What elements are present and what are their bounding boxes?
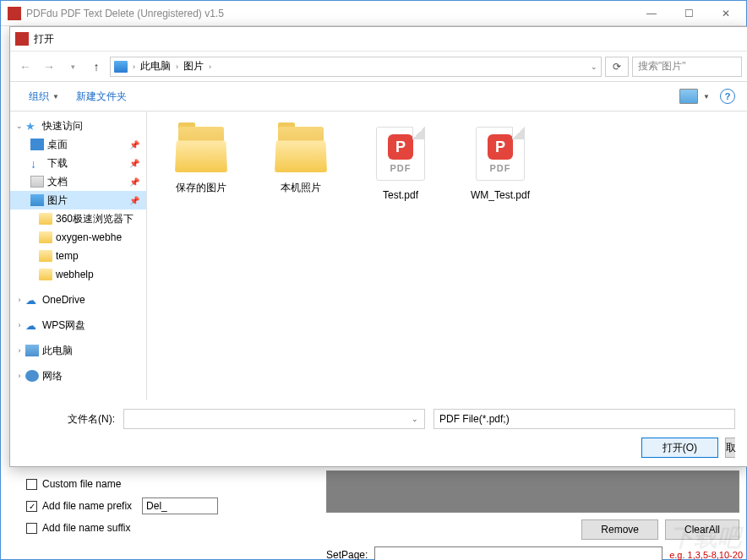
tree-downloads[interactable]: ↓ 下载 📌	[10, 154, 146, 172]
chevron-down-icon[interactable]: ▼	[703, 93, 710, 101]
setpage-label: SetPage:	[326, 549, 368, 560]
dialog-title: 打开	[34, 32, 742, 46]
chevron-right-icon: ›	[176, 63, 178, 71]
address-bar[interactable]: › 此电脑 › 图片 › ⌄	[110, 57, 602, 77]
desktop-icon	[30, 139, 44, 150]
app-title: PDFdu PDF Text Delete (Unregistered) v1.…	[26, 8, 633, 19]
cloud-icon: ☁	[25, 294, 39, 306]
star-icon: ★	[25, 120, 39, 132]
nav-back-icon[interactable]: ←	[15, 57, 35, 77]
folder-item-saved[interactable]: 保存的图片	[164, 127, 238, 195]
pictures-icon	[30, 194, 44, 206]
tree-folder-360[interactable]: 360极速浏览器下	[10, 209, 146, 228]
search-input[interactable]: 搜索"图片"	[632, 57, 742, 77]
tree-folder-oxygen[interactable]: oxygen-webhe	[10, 228, 146, 247]
tree-desktop[interactable]: 桌面 📌	[10, 135, 146, 154]
custom-filename-checkbox[interactable]	[26, 479, 37, 490]
pin-icon: 📌	[129, 177, 143, 187]
close-button[interactable]: ✕	[707, 2, 744, 25]
tree-wps[interactable]: › ☁ WPS网盘	[10, 316, 146, 334]
suffix-label: Add file name suffix	[42, 522, 131, 534]
tree-folder-temp[interactable]: temp	[10, 247, 146, 265]
chevron-down-icon[interactable]: ⌄	[407, 411, 423, 427]
expand-icon[interactable]: ›	[14, 372, 25, 380]
pdf-icon: P PDF	[476, 127, 525, 181]
setpage-input[interactable]	[374, 546, 662, 560]
refresh-icon[interactable]: ⟳	[605, 57, 629, 77]
prefix-checkbox[interactable]: ✓	[26, 501, 37, 512]
folder-item-camera[interactable]: 本机照片	[264, 127, 338, 195]
chevron-down-icon: ▼	[52, 93, 59, 101]
remove-button[interactable]: Remove	[581, 519, 658, 540]
collapse-icon[interactable]: ⌄	[14, 122, 25, 130]
path-folder[interactable]: 图片	[183, 59, 204, 73]
chevron-right-icon: ›	[209, 63, 211, 71]
expand-icon[interactable]: ›	[14, 296, 25, 304]
new-folder-button[interactable]: 新建文件夹	[69, 86, 134, 107]
organize-menu[interactable]: 组织 ▼	[22, 86, 66, 107]
chevron-down-icon[interactable]: ⌄	[591, 63, 597, 71]
clearall-button[interactable]: ClearAll	[665, 519, 739, 540]
tree-folder-webhelp[interactable]: webhelp	[10, 265, 146, 284]
open-button[interactable]: 打开(O)	[641, 438, 718, 458]
tree-thispc[interactable]: › 此电脑	[10, 341, 146, 360]
tree-documents[interactable]: 文档 📌	[10, 172, 146, 191]
filetype-filter[interactable]: PDF File(*.pdf;)	[433, 409, 735, 429]
setpage-hint: e.g. 1,3,5-8,10-20	[669, 550, 743, 560]
tree-quick-access[interactable]: ⌄ ★ 快速访问	[10, 117, 146, 135]
dialog-icon	[15, 32, 29, 46]
pin-icon: 📌	[129, 196, 143, 205]
file-open-dialog: 打开 ← → ▾ ↑ › 此电脑 › 图片 › ⌄ ⟳ 搜索"图片"	[9, 26, 747, 467]
pc-icon	[114, 61, 128, 73]
folder-icon	[39, 250, 52, 262]
filename-input[interactable]: ⌄	[123, 409, 425, 429]
tree-network[interactable]: › 网络	[10, 367, 146, 385]
preview-area	[326, 470, 739, 513]
path-root[interactable]: 此电脑	[140, 59, 171, 73]
expand-icon[interactable]: ›	[14, 346, 25, 355]
cloud-icon: ☁	[25, 319, 39, 331]
filename-label: 文件名(N):	[22, 412, 115, 427]
chevron-right-icon: ›	[133, 63, 135, 71]
pdf-icon: P PDF	[376, 127, 425, 181]
tree-onedrive[interactable]: › ☁ OneDrive	[10, 291, 146, 309]
prefix-label: Add file name prefix	[42, 500, 132, 512]
help-icon[interactable]: ?	[720, 89, 735, 104]
view-mode-button[interactable]	[679, 89, 698, 104]
nav-forward-icon[interactable]: →	[39, 57, 59, 77]
download-icon: ↓	[30, 157, 44, 169]
minimize-button[interactable]: —	[633, 2, 670, 25]
network-icon	[25, 370, 39, 382]
folder-icon	[175, 127, 227, 172]
suffix-checkbox[interactable]	[26, 523, 37, 534]
nav-tree: ⌄ ★ 快速访问 桌面 📌 ↓ 下载 📌 文档 📌	[10, 111, 147, 400]
custom-filename-label: Custom file name	[42, 478, 121, 490]
folder-icon	[39, 231, 52, 243]
cancel-button[interactable]: 取	[725, 438, 735, 458]
tree-pictures[interactable]: 图片 📌	[10, 191, 146, 209]
app-icon	[8, 7, 21, 20]
folder-icon	[39, 269, 52, 280]
prefix-input[interactable]	[142, 497, 218, 514]
document-icon	[30, 176, 44, 188]
file-list[interactable]: 保存的图片 本机照片 P PDF Test.pdf	[147, 111, 747, 400]
pc-icon	[25, 345, 39, 356]
folder-icon	[275, 127, 327, 172]
maximize-button[interactable]: ☐	[670, 2, 707, 25]
pin-icon: 📌	[129, 140, 143, 150]
nav-up-icon[interactable]: ↑	[86, 57, 106, 77]
file-item-wmtest[interactable]: P PDF WM_Test.pdf	[463, 127, 537, 201]
app-titlebar: PDFdu PDF Text Delete (Unregistered) v1.…	[1, 1, 746, 26]
nav-recent-icon[interactable]: ▾	[63, 57, 83, 77]
pin-icon: 📌	[129, 159, 143, 168]
folder-icon	[39, 213, 52, 225]
file-item-test[interactable]: P PDF Test.pdf	[363, 127, 438, 201]
expand-icon[interactable]: ›	[14, 321, 25, 329]
